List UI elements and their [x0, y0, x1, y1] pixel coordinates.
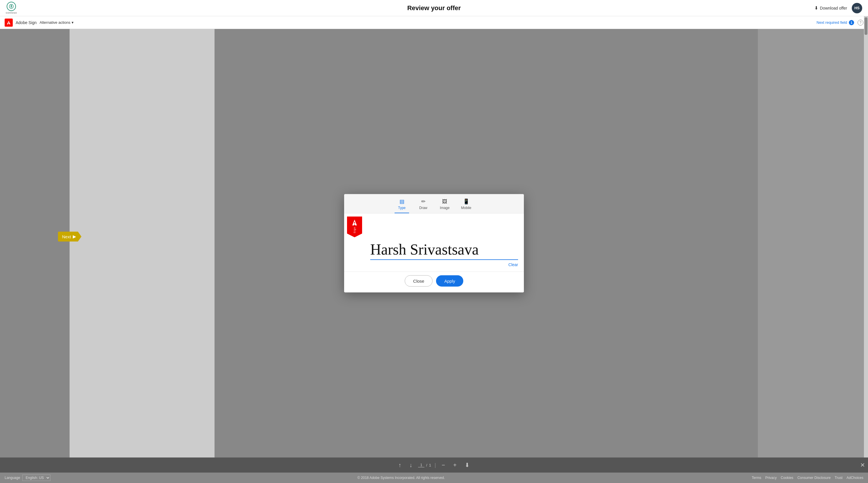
- alt-actions-label: Alternative actions: [39, 20, 70, 25]
- logo-icon: [7, 2, 16, 11]
- zoom-out-icon: −: [442, 462, 445, 469]
- page-current: 1: [418, 463, 425, 467]
- help-icon[interactable]: ?: [858, 20, 863, 26]
- next-button-label: Next: [62, 234, 71, 239]
- status-bar: Language English: US © 2018 Adobe System…: [0, 473, 868, 483]
- scroll-up-button[interactable]: ↑: [396, 461, 404, 470]
- chevron-down-icon: ▾: [72, 20, 74, 25]
- toolbar-download-icon: ⬇: [465, 461, 470, 469]
- alt-actions-dropdown[interactable]: Alternative actions ▾: [39, 20, 73, 25]
- adchoices-link[interactable]: AdChoices: [846, 476, 863, 480]
- scrollbar-thumb[interactable]: [865, 18, 867, 35]
- consumer-disclosure-link[interactable]: Consumer Disclosure: [797, 476, 831, 480]
- status-links: Terms Privacy Cookies Consumer Disclosur…: [752, 476, 863, 480]
- arrow-right-icon: ▶: [73, 234, 76, 239]
- document-container: Next ▶ ▤ Type ✏ Draw 🖼 Image �: [0, 29, 868, 457]
- terms-link[interactable]: Terms: [752, 476, 761, 480]
- signature-tabs: ▤ Type ✏ Draw 🖼 Image 📱 Mobile: [344, 194, 524, 214]
- tab-mobile-label: Mobile: [461, 206, 471, 210]
- page-separator: /: [426, 463, 427, 467]
- signature-text-area: Harsh Srivastsava: [367, 214, 524, 260]
- main-area: Next ▶ ▤ Type ✏ Draw 🖼 Image �: [0, 29, 868, 457]
- privacy-link[interactable]: Privacy: [765, 476, 777, 480]
- type-tab-icon: ▤: [400, 198, 404, 205]
- signature-dialog: ▤ Type ✏ Draw 🖼 Image 📱 Mobile: [344, 194, 524, 293]
- adobe-logo: [5, 19, 13, 27]
- tab-draw[interactable]: ✏ Draw: [416, 198, 431, 213]
- dialog-footer: Close Apply: [344, 272, 524, 293]
- tab-draw-label: Draw: [419, 206, 427, 210]
- clear-row: Clear: [344, 260, 524, 272]
- tab-type[interactable]: ▤ Type: [395, 198, 409, 213]
- download-icon: ⬇: [814, 5, 818, 11]
- download-label: Download offer: [820, 6, 847, 10]
- next-required-label: Next required field: [817, 20, 847, 25]
- apply-button[interactable]: Apply: [436, 275, 463, 287]
- image-tab-icon: 🖼: [442, 198, 447, 204]
- copyright-text: © 2018 Adobe Systems Incorporated. All r…: [358, 476, 445, 480]
- document-right-bg: [758, 29, 868, 457]
- draw-tab-icon: ✏: [421, 198, 426, 205]
- close-x-icon: ✕: [860, 462, 865, 468]
- toolbar-close-button[interactable]: ✕: [860, 461, 865, 469]
- tab-type-label: Type: [398, 206, 406, 210]
- page-total: 1: [429, 463, 431, 467]
- mobile-tab-icon: 📱: [463, 198, 469, 205]
- top-bar-actions: ⬇ Download offer HS: [814, 3, 862, 13]
- adobe-sign-logo-col: Sign: [344, 214, 367, 260]
- next-required-badge: 1: [849, 20, 854, 25]
- signature-body: Sign Harsh Srivastsava: [344, 214, 524, 260]
- zoom-out-button[interactable]: −: [439, 461, 447, 470]
- scroll-down-button[interactable]: ↓: [407, 461, 414, 470]
- page-indicator: 1 / 1: [418, 463, 431, 467]
- adobe-sign-bar: Adobe Sign Alternative actions ▾ Next re…: [0, 16, 868, 29]
- svg-point-1: [11, 5, 12, 6]
- clear-button[interactable]: Clear: [508, 262, 518, 267]
- toolbar-divider: |: [435, 462, 436, 468]
- up-icon: ↑: [398, 462, 401, 469]
- adobe-sign-mark: Sign: [347, 217, 362, 237]
- next-button[interactable]: Next ▶: [58, 232, 82, 241]
- language-selector-area: Language English: US: [5, 475, 51, 481]
- signature-text: Harsh Srivastsava: [370, 237, 518, 260]
- language-label: Language: [5, 476, 20, 480]
- close-button[interactable]: Close: [405, 275, 433, 287]
- tab-image[interactable]: 🖼 Image: [437, 198, 452, 213]
- adobe-sign-left: Adobe Sign Alternative actions ▾: [5, 19, 74, 27]
- down-icon: ↓: [409, 462, 412, 469]
- adobe-sign-mark-text: Sign: [353, 227, 356, 233]
- toolbar-download-button[interactable]: ⬇: [462, 460, 472, 470]
- zoom-in-icon: +: [453, 462, 457, 469]
- logo: contoso: [6, 2, 17, 14]
- document-page: [69, 29, 215, 457]
- page-title: Review your offer: [407, 4, 461, 12]
- cookies-link[interactable]: Cookies: [781, 476, 793, 480]
- top-bar: contoso Review your offer ⬇ Download off…: [0, 0, 868, 16]
- adobe-sign-title: Adobe Sign: [16, 20, 36, 25]
- scrollbar-track: [864, 16, 868, 457]
- download-offer-button[interactable]: ⬇ Download offer: [814, 5, 847, 11]
- trust-link[interactable]: Trust: [835, 476, 842, 480]
- tab-image-label: Image: [440, 206, 450, 210]
- bottom-toolbar: ↑ ↓ 1 / 1 | − + ⬇ ✕: [0, 457, 868, 473]
- logo-text: contoso: [6, 11, 17, 14]
- language-select[interactable]: English: US: [22, 475, 51, 481]
- zoom-in-button[interactable]: +: [451, 461, 459, 470]
- avatar: HS: [852, 3, 862, 13]
- next-required-field-button[interactable]: Next required field 1: [817, 20, 855, 25]
- tab-mobile[interactable]: 📱 Mobile: [459, 198, 473, 213]
